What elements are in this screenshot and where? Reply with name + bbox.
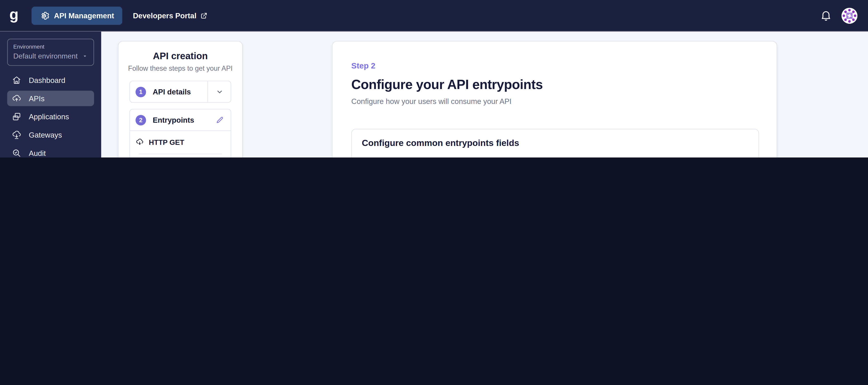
cloud-upload-icon [11, 93, 22, 103]
api-management-button[interactable]: API Management [31, 6, 122, 25]
main-content: API creation Follow these steps to get y… [101, 31, 868, 158]
page-title: Configure your API entrypoints [351, 77, 759, 92]
gear-icon [39, 11, 49, 20]
step-number-badge: 1 [135, 86, 146, 97]
environment-label: Environment [13, 44, 88, 50]
chevron-down-icon [215, 87, 224, 96]
gravitee-logo: g [9, 7, 19, 22]
entrypoints-config-card: Step 2 Configure your API entrypoints Co… [333, 41, 777, 158]
developers-portal-link[interactable]: Developers Portal [133, 11, 208, 20]
edit-step-button[interactable] [215, 115, 224, 124]
environment-selector[interactable]: Environment Default environment [7, 39, 94, 66]
entrypoint-http-get: HTTP GET [130, 131, 231, 154]
step-label: API details [153, 88, 191, 96]
pencil-icon [215, 115, 224, 124]
step-label: Entrypoints [153, 116, 194, 124]
sidebar-item-label: Dashboard [29, 76, 65, 84]
cloud-download-icon [11, 130, 22, 140]
sidebar-item-audit[interactable]: Audit [7, 145, 94, 158]
top-bar: g API Management Developers Portal [0, 0, 868, 31]
sidebar-item-apis[interactable]: APIs [7, 91, 94, 106]
sidebar-item-applications[interactable]: Applications [7, 109, 94, 124]
home-icon [11, 75, 22, 85]
cloud-download-icon [135, 138, 144, 147]
sidebar: Environment Default environment Dashboar… [0, 31, 101, 158]
sidebar-nav: Dashboard APIs Applications [0, 72, 101, 158]
api-management-label: API Management [54, 11, 114, 20]
entrypoint-label: HTTP GET [149, 138, 184, 147]
sidebar-item-gateways[interactable]: Gateways [7, 127, 94, 143]
section-title: Configure common entrypoints fields [362, 138, 749, 148]
app-window: g API Management Developers Portal [0, 0, 868, 158]
sidebar-item-label: Gateways [29, 131, 62, 139]
sidebar-item-label: Audit [29, 149, 46, 157]
page-subtitle: Configure how your users will consume yo… [351, 97, 759, 106]
sidebar-item-label: APIs [29, 94, 44, 103]
environment-value: Default environment [13, 52, 78, 60]
step-entrypoints: 2 Entrypoints [129, 109, 231, 158]
step-indicator: Step 2 [351, 41, 759, 70]
common-entrypoints-section: Configure common entrypoints fields Entr… [351, 129, 759, 158]
developers-portal-label: Developers Portal [133, 11, 196, 20]
step-number-badge: 2 [135, 115, 146, 125]
entrypoint-websocket: Websocket [130, 154, 231, 158]
notifications-bell-icon[interactable] [820, 9, 832, 22]
search-check-icon [11, 148, 22, 158]
step-api-details-row[interactable]: 1 API details [130, 81, 207, 102]
caret-down-icon [82, 53, 88, 59]
step-api-details: 1 API details [129, 81, 231, 103]
stepper-subtitle: Follow these steps to get your API [118, 65, 242, 72]
sidebar-item-dashboard[interactable]: Dashboard [7, 72, 94, 88]
api-creation-stepper-card: API creation Follow these steps to get y… [118, 41, 242, 158]
user-avatar[interactable] [841, 7, 858, 24]
external-link-icon [200, 12, 208, 19]
applications-icon [11, 112, 22, 121]
expand-step-button[interactable] [207, 81, 231, 102]
stepper-title: API creation [118, 51, 242, 62]
sidebar-item-label: Applications [29, 112, 69, 121]
step-entrypoints-row: 2 Entrypoints [130, 109, 231, 131]
